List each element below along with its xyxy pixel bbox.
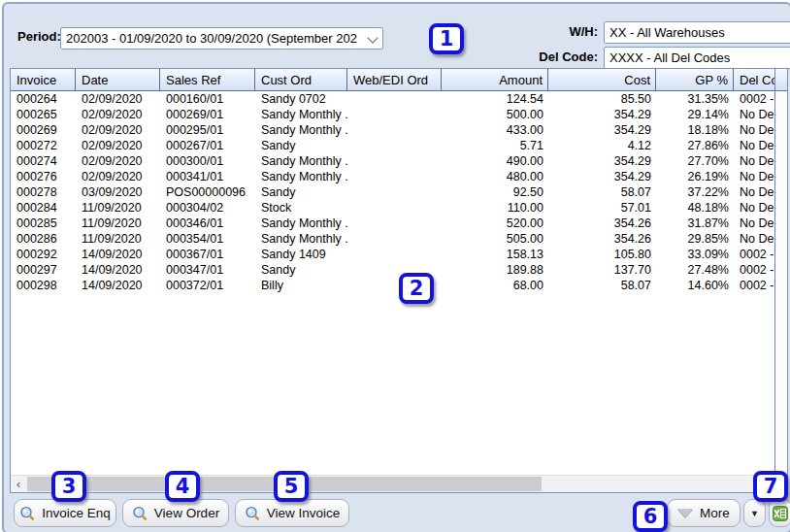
cell-gp: 48.18% <box>656 200 734 216</box>
cell-del_code: 0002 - <box>734 91 774 107</box>
cell-cust_ord: Sandy <box>255 184 347 200</box>
column-header-del_code[interactable]: Del Cod <box>734 69 776 90</box>
cell-invoice: 000284 <box>11 200 76 216</box>
cell-sales_ref: 000367/01 <box>160 247 255 262</box>
cell-web_edi_ord <box>347 138 442 153</box>
more-dropdown-button[interactable]: ▼ <box>743 499 766 527</box>
cell-date: 11/09/2020 <box>76 231 160 247</box>
cell-sales_ref: 000295/01 <box>160 122 255 138</box>
warehouse-select[interactable]: XX - All Warehouses <box>604 21 790 44</box>
vertical-scrollbar-cap <box>775 69 787 91</box>
cell-amount: 500.00 <box>442 107 548 122</box>
table-row[interactable]: 00027602/09/2020000341/01Sandy Monthly .… <box>11 169 774 184</box>
cell-gp: 14.60% <box>656 278 734 293</box>
cell-gp: 27.70% <box>656 153 734 169</box>
cell-sales_ref: 000372/01 <box>160 278 255 293</box>
cell-invoice: 000292 <box>11 247 76 262</box>
table-row[interactable]: 00029714/09/2020000347/01Sandy189.88137.… <box>11 262 774 278</box>
cell-cust_ord: Sandy <box>255 138 347 153</box>
cell-web_edi_ord <box>347 122 442 138</box>
table-row[interactable]: 00029214/09/2020000367/01Sandy 1409158.1… <box>11 247 774 262</box>
table-row[interactable]: 00026402/09/2020000160/01Sandy 0702124.5… <box>11 91 774 107</box>
cell-del_code: No Deliv <box>734 153 774 169</box>
table-row[interactable]: 00029814/09/2020000372/01Billy68.0058.07… <box>11 278 774 293</box>
del-code-select-value: XXXX - All Del Codes <box>609 50 730 65</box>
column-header-sales_ref[interactable]: Sales Ref <box>160 69 255 90</box>
column-header-invoice[interactable]: Invoice <box>11 69 76 90</box>
cell-cust_ord: Sandy Monthly ... <box>255 122 347 138</box>
cell-amount: 5.71 <box>442 138 548 153</box>
cell-cost: 4.12 <box>548 138 656 153</box>
del-code-select[interactable]: XXXX - All Del Codes <box>604 47 790 69</box>
more-button[interactable]: More <box>667 499 741 527</box>
cell-gp: 31.35% <box>656 91 734 107</box>
cell-cost: 137.70 <box>548 262 656 278</box>
table-row[interactable]: 00027803/09/2020POS00000096Sandy92.5058.… <box>11 184 774 200</box>
annotation-6: 6 <box>633 501 668 532</box>
cell-sales_ref: 000341/01 <box>160 169 255 184</box>
horizontal-scrollbar[interactable]: ‹ <box>11 475 787 492</box>
cell-date: 02/09/2020 <box>76 153 160 169</box>
annotation-7: 7 <box>753 471 788 502</box>
cell-cost: 354.29 <box>548 153 656 169</box>
cell-web_edi_ord <box>347 200 442 216</box>
table-row[interactable]: 00028611/09/2020000354/01Sandy Monthly .… <box>11 231 774 247</box>
cell-amount: 68.00 <box>442 278 548 293</box>
cell-cust_ord: Sandy 0702 <box>255 91 347 107</box>
cell-cust_ord: Stock <box>255 200 347 216</box>
invoice-enq-button[interactable]: Invoice Enq <box>14 499 116 527</box>
cell-invoice: 000269 <box>11 122 76 138</box>
invoice-list-panel: Period: 202003 - 01/09/2020 to 30/09/202… <box>2 2 790 532</box>
table-row[interactable]: 00028411/09/2020000304/02Stock110.0057.0… <box>11 200 774 216</box>
cell-invoice: 000276 <box>11 169 76 184</box>
cell-cost: 58.07 <box>548 184 656 200</box>
column-header-date[interactable]: Date <box>76 69 160 90</box>
column-header-gp[interactable]: GP % <box>656 69 734 90</box>
cell-date: 02/09/2020 <box>76 91 160 107</box>
scroll-left-arrow-icon[interactable]: ‹ <box>11 476 26 492</box>
column-header-amount[interactable]: Amount <box>442 69 548 90</box>
table-row[interactable]: 00027202/09/2020000267/01Sandy5.714.1227… <box>11 138 774 153</box>
table-body: 00026402/09/2020000160/01Sandy 0702124.5… <box>11 91 774 475</box>
table-row[interactable]: 00026902/09/2020000295/01Sandy Monthly .… <box>11 122 774 138</box>
cell-invoice: 000298 <box>11 278 76 293</box>
cell-invoice: 000274 <box>11 153 76 169</box>
column-header-web_edi_ord[interactable]: Web/EDI Ord <box>347 69 442 90</box>
column-header-cust_ord[interactable]: Cust Ord <box>255 69 347 90</box>
column-header-cost[interactable]: Cost <box>548 69 656 90</box>
table-row[interactable]: 00026502/09/2020000269/01Sandy Monthly .… <box>11 107 774 122</box>
cell-web_edi_ord <box>347 107 442 122</box>
cell-sales_ref: 000267/01 <box>160 138 255 153</box>
cell-del_code: No Deliv <box>734 107 774 122</box>
cell-amount: 92.50 <box>442 184 548 200</box>
cell-sales_ref: 000354/01 <box>160 231 255 247</box>
period-select[interactable]: 202003 - 01/09/2020 to 30/09/2020 (Septe… <box>60 27 383 50</box>
cell-date: 02/09/2020 <box>76 169 160 184</box>
table-row[interactable]: 00028511/09/2020000346/01Sandy Monthly .… <box>11 216 774 231</box>
cell-date: 02/09/2020 <box>76 122 160 138</box>
cell-sales_ref: 000346/01 <box>160 216 255 231</box>
cell-invoice: 000265 <box>11 107 76 122</box>
cell-gp: 29.14% <box>656 107 734 122</box>
vertical-scrollbar-track[interactable] <box>774 69 787 475</box>
del-code-label: Del Code: <box>509 50 598 64</box>
export-excel-button[interactable] <box>769 499 790 527</box>
cell-invoice: 000278 <box>11 184 76 200</box>
cell-date: 11/09/2020 <box>76 200 160 216</box>
cell-cust_ord: Billy <box>255 278 347 293</box>
period-select-value: 202003 - 01/09/2020 to 30/09/2020 (Septe… <box>66 31 357 46</box>
caret-down-icon: ▼ <box>750 509 759 518</box>
cell-gp: 33.09% <box>656 247 734 262</box>
view-invoice-button[interactable]: View Invoice <box>235 499 349 527</box>
cell-amount: 110.00 <box>442 200 548 216</box>
magnifier-icon <box>132 506 148 521</box>
cell-cost: 85.50 <box>548 91 656 107</box>
warehouse-label: W/H: <box>509 24 598 39</box>
cell-cost: 57.01 <box>548 200 656 216</box>
cell-cust_ord: Sandy Monthly ... <box>255 153 347 169</box>
table-row[interactable]: 00027402/09/2020000300/01Sandy Monthly .… <box>11 153 774 169</box>
view-order-button[interactable]: View Order <box>122 499 229 527</box>
cell-date: 03/09/2020 <box>76 184 160 200</box>
cell-gp: 26.19% <box>656 169 734 184</box>
cell-amount: 158.13 <box>442 247 548 262</box>
